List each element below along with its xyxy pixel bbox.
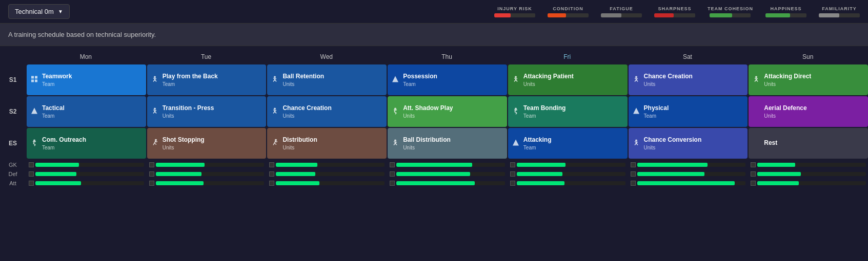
- description-bar: A training schedule based on technical s…: [0, 23, 868, 46]
- intensity-bar-cell-def-1: [147, 170, 267, 178]
- intensity-icon: [269, 171, 274, 177]
- stat-injury-risk: INJURY RISK: [494, 6, 535, 17]
- session-cell-es-0[interactable]: Com. OutreachTeam: [27, 128, 146, 159]
- svg-marker-85: [513, 140, 519, 146]
- session-cell-s2-2[interactable]: Chance CreationUnits: [267, 96, 387, 127]
- session-icon: [271, 139, 278, 148]
- intensity-fill: [637, 163, 708, 167]
- intensity-bar-cell-gk-2: [267, 161, 387, 169]
- intensity-track: [396, 163, 505, 167]
- stat-fill-injury-risk: [494, 13, 511, 17]
- svg-line-51: [395, 113, 396, 115]
- stat-label-familiarity: FAMILIARITY: [822, 6, 857, 11]
- stat-fill-condition: [548, 13, 566, 17]
- intensity-track: [276, 172, 385, 176]
- session-cell-s1-0[interactable]: TeamworkTeam: [27, 64, 146, 95]
- intensity-row-att: Att: [0, 179, 868, 187]
- intensity-icon: [149, 162, 154, 167]
- stat-bar-familiarity: [819, 13, 860, 17]
- intensity-track: [517, 181, 625, 185]
- session-cell-s2-4[interactable]: Team BondingTeam: [508, 96, 628, 127]
- session-sub: Units: [163, 145, 263, 150]
- session-cell-s2-6[interactable]: Aerial DefenceUnits: [749, 96, 868, 127]
- session-cell-es-3[interactable]: Ball DistributionUnits: [388, 128, 507, 159]
- intensity-rows: GK: [0, 161, 868, 187]
- intensity-icon: [269, 162, 274, 167]
- session-cell-s2-5[interactable]: PhysicalTeam: [629, 96, 748, 127]
- session-cell-s1-1[interactable]: Play from the BackTeam: [147, 64, 267, 95]
- day-header-row: Mon Tue Wed Thu Fri Sat Sun: [0, 51, 868, 62]
- intensity-icon: [269, 181, 274, 186]
- svg-point-48: [394, 108, 396, 110]
- row-label-s2: S2: [0, 106, 26, 117]
- stat-fill-happiness: [765, 13, 790, 17]
- intensity-icon: [510, 171, 515, 177]
- intensity-icon: [390, 171, 395, 177]
- session-cell-s2-1[interactable]: Transition - PressUnits: [147, 96, 267, 127]
- stat-fill-team-cohesion: [710, 13, 732, 17]
- session-cell-s1-4[interactable]: Attacking PatientUnits: [508, 64, 628, 95]
- session-name: Shot Stopping: [163, 136, 263, 144]
- intensity-bar-cell-gk-4: [508, 161, 628, 169]
- session-cell-s2-0[interactable]: TacticalTeam: [27, 96, 146, 127]
- session-cell-s1-3[interactable]: PossessionTeam: [388, 64, 507, 95]
- svg-line-64: [34, 145, 35, 146]
- session-cell-s1-6[interactable]: Attacking DirectUnits: [749, 64, 868, 95]
- session-name: Com. Outreach: [42, 136, 142, 144]
- intensity-fill: [156, 181, 204, 185]
- session-icon: [392, 76, 399, 84]
- session-icon: [271, 76, 278, 84]
- intensity-bar-cell-def-4: [508, 170, 628, 178]
- intensity-fill: [276, 181, 319, 185]
- intensity-bar-cell-att-0: [27, 179, 146, 187]
- intensity-track: [517, 163, 625, 167]
- session-cell-es-1[interactable]: Shot StoppingUnits: [147, 128, 267, 159]
- svg-point-10: [274, 76, 276, 78]
- session-icon: [633, 76, 640, 84]
- session-sub: Units: [644, 81, 744, 87]
- svg-line-53: [395, 110, 397, 111]
- session-name: Chance Creation: [282, 104, 382, 113]
- stat-bar-fatigue: [601, 13, 642, 17]
- intensity-fill: [35, 181, 81, 185]
- stats-bar: INJURY RISK CONDITION FATIGUE SHARPNESS …: [494, 6, 860, 17]
- svg-line-15: [275, 79, 276, 79]
- intensity-label-att: Att: [0, 179, 26, 187]
- intensity-bar-cell-att-2: [267, 179, 387, 187]
- intensity-track: [156, 163, 265, 167]
- intensity-bar-cell-att-1: [147, 179, 267, 187]
- intensity-bar-cell-att-3: [388, 179, 507, 187]
- session-sub: Units: [523, 81, 623, 87]
- stat-bar-happiness: [765, 13, 806, 17]
- svg-marker-60: [633, 108, 639, 114]
- schedule-row-es: ESCom. OutreachTeamShot StoppingUnitsDis…: [0, 128, 868, 159]
- team-selector[interactable]: Technical 0m ▼: [8, 4, 70, 19]
- intensity-bar-cell-gk-1: [147, 161, 267, 169]
- svg-line-47: [275, 111, 276, 111]
- stat-happiness: HAPPINESS: [765, 6, 806, 17]
- day-sat: Sat: [628, 51, 748, 62]
- session-cell-es-5[interactable]: Chance ConversionUnits: [629, 128, 748, 159]
- session-cell-es-4[interactable]: AttackingTeam: [508, 128, 628, 159]
- session-cell-es-6[interactable]: Rest: [749, 128, 868, 159]
- row-label-spacer: [0, 51, 26, 62]
- intensity-icon: [751, 162, 756, 167]
- intensity-fill: [35, 172, 76, 176]
- session-cell-s1-5[interactable]: Chance CreationUnits: [629, 64, 748, 95]
- session-name: Team Bonding: [523, 104, 623, 113]
- session-cell-s2-3[interactable]: Att. Shadow PlayUnits: [388, 96, 507, 127]
- intensity-fill: [517, 181, 564, 185]
- session-icon: [633, 139, 640, 148]
- session-icon: [753, 76, 760, 84]
- svg-point-29: [755, 76, 757, 78]
- session-icon: [31, 107, 38, 116]
- session-cell-s1-2[interactable]: Ball RetentionUnits: [267, 64, 387, 95]
- stat-label-injury-risk: INJURY RISK: [497, 6, 532, 11]
- session-name: Physical: [644, 104, 744, 113]
- intensity-bar-cell-att-6: [749, 179, 868, 187]
- intensity-fill: [637, 172, 704, 176]
- session-cell-es-2[interactable]: DistributionUnits: [267, 128, 387, 159]
- intensity-icon: [751, 171, 756, 177]
- session-icon: [151, 107, 158, 116]
- session-sub: Units: [403, 113, 503, 119]
